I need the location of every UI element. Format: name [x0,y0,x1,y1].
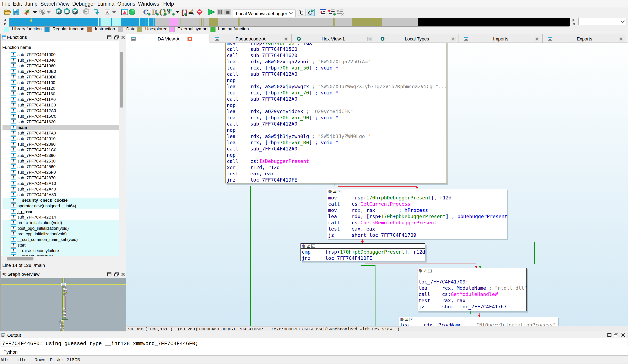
svg-text:T: T [66,10,68,14]
svg-text:A: A [106,10,109,14]
svg-text:Local Windows debugger: Local Windows debugger [236,11,287,16]
svg-text:C: C [143,8,149,16]
svg-text:[]: [] [181,9,188,16]
svg-text:#: # [58,10,60,14]
svg-text:010: 010 [73,11,77,13]
